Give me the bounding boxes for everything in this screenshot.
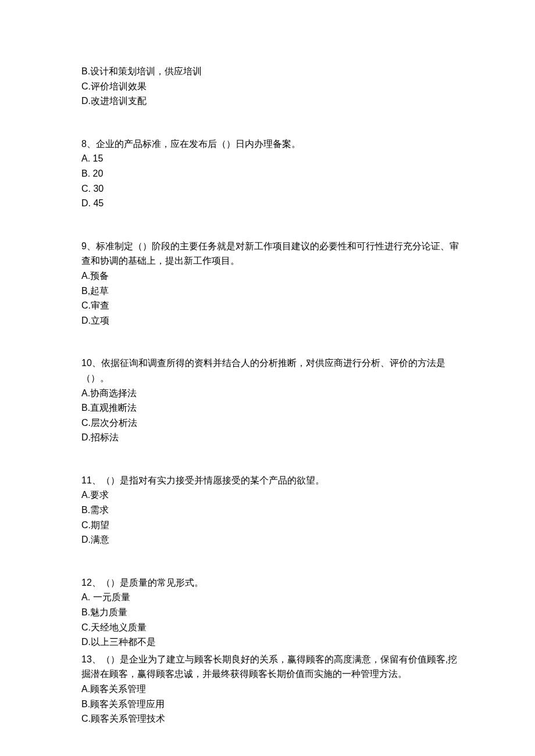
question-text: 8、企业的产品标准，应在发布后（）日内办理备案。 <box>81 137 462 152</box>
question-text: 10、依据征询和调查所得的资料并结合人的分析推断，对供应商进行分析、评价的方法是… <box>81 356 462 385</box>
option-a: A. 15 <box>81 151 462 166</box>
document-page: B.设计和策划培训，供应培训 C.评价培训效果 D.改进培训支配 8、企业的产品… <box>0 0 535 756</box>
question-text: 11、（）是指对有实力接受并情愿接受的某个产品的欲望。 <box>81 473 462 488</box>
question-7-partial: B.设计和策划培训，供应培训 C.评价培训效果 D.改进培训支配 <box>81 64 462 109</box>
option-c: C. 30 <box>81 181 462 196</box>
question-text: 9、标准制定（）阶段的主要任务就是对新工作项目建议的必要性和可行性进行充分论证、… <box>81 239 462 268</box>
option-c: C.审查 <box>81 298 462 313</box>
option-a: A. 一元质量 <box>81 590 462 605</box>
option-d: D.以上三种都不是 <box>81 635 462 650</box>
option-d: D.招标法 <box>81 430 462 445</box>
option-d: D. 45 <box>81 196 462 211</box>
option-d: D.立项 <box>81 313 462 328</box>
question-11: 11、（）是指对有实力接受并情愿接受的某个产品的欲望。 A.要求 B.需求 C.… <box>81 473 462 547</box>
option-b: B,起草 <box>81 284 462 299</box>
option-b: B.顾客关系管理应用 <box>81 697 462 712</box>
question-13: 13、（）是企业为了建立与顾客长期良好的关系，赢得顾客的高度满意，保留有价值顾客… <box>81 652 462 726</box>
option-b: B.需求 <box>81 503 462 518</box>
option-c: C.期望 <box>81 518 462 533</box>
option-a: A.协商选择法 <box>81 386 462 401</box>
option-b: B.魅力质量 <box>81 605 462 620</box>
option-c: C.评价培训效果 <box>81 79 462 94</box>
option-d: D.改进培训支配 <box>81 94 462 109</box>
question-text: 13、（）是企业为了建立与顾客长期良好的关系，赢得顾客的高度满意，保留有价值顾客… <box>81 652 462 682</box>
option-d: D.满意 <box>81 532 462 547</box>
option-b: B.直观推断法 <box>81 400 462 415</box>
question-9: 9、标准制定（）阶段的主要任务就是对新工作项目建议的必要性和可行性进行充分论证、… <box>81 239 462 328</box>
question-12: 12、（）是质量的常见形式。 A. 一元质量 B.魅力质量 C.天经地义质量 D… <box>81 575 462 650</box>
option-a: A.顾客关系管理 <box>81 682 462 697</box>
option-b: B.设计和策划培训，供应培训 <box>81 64 462 79</box>
question-10: 10、依据征询和调查所得的资料并结合人的分析推断，对供应商进行分析、评价的方法是… <box>81 356 462 445</box>
question-text: 12、（）是质量的常见形式。 <box>81 575 462 590</box>
option-a: A.预备 <box>81 268 462 284</box>
option-c: C.天经地义质量 <box>81 620 462 635</box>
option-b: B. 20 <box>81 166 462 181</box>
option-a: A.要求 <box>81 488 462 503</box>
option-c: C.层次分析法 <box>81 415 462 431</box>
question-8: 8、企业的产品标准，应在发布后（）日内办理备案。 A. 15 B. 20 C. … <box>81 137 462 211</box>
option-c: C.顾客关系管理技术 <box>81 711 462 726</box>
